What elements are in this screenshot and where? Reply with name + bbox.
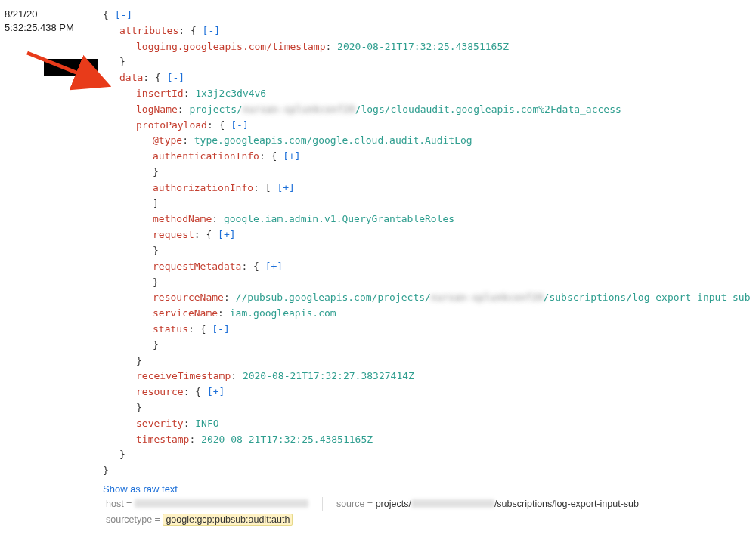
source-value-post: /subscriptions/log-export-input-sub (494, 499, 639, 509)
toggle-collapse[interactable]: [-] (115, 9, 132, 20)
toggle-expand[interactable]: [+] (277, 182, 294, 193)
json-value: /subscriptions/log-export-input-sub (544, 292, 751, 303)
json-value: INFO (195, 418, 218, 429)
toggle-collapse[interactable]: [-] (231, 119, 248, 131)
toggle-collapse[interactable]: [-] (167, 72, 184, 83)
toggle-expand[interactable]: [+] (207, 386, 225, 397)
json-value: 1x3j2c3dv4v6 (195, 88, 266, 99)
json-viewer: { [-] attributes: { [-] logging.googleap… (103, 8, 751, 499)
json-value: 2020-08-21T17:32:25.43851165Z (201, 434, 373, 445)
redacted-text: nursan-splunkconf20 (243, 103, 355, 115)
redacted-text: nursan-splunkconf20 (431, 292, 544, 303)
colon: : (178, 25, 191, 36)
source-value-pre: projects/ (376, 499, 411, 509)
brace: { (103, 9, 109, 20)
json-key: methodName (153, 213, 212, 224)
json-key: resource (136, 386, 184, 397)
toggle-collapse[interactable]: [-] (203, 25, 220, 36)
json-value: google.iam.admin.v1.QueryGrantableRoles (224, 213, 454, 224)
json-value: /logs/cloudaudit.googleapis.com%2Fdata_a… (355, 103, 621, 115)
source-label: source = (336, 499, 376, 509)
json-key: authenticationInfo (153, 150, 259, 162)
json-key: timestamp (136, 434, 189, 445)
toggle-collapse[interactable]: [-] (212, 323, 229, 335)
timestamp-column: 8/21/20 5:32:25.438 PM (5, 8, 103, 499)
json-value: 2020-08-21T17:32:27.38327414Z (243, 370, 414, 381)
source-value-redacted (411, 499, 494, 508)
json-value: iam.googleapis.com (230, 307, 336, 319)
json-key: serviceName (153, 307, 218, 319)
json-key: request (153, 229, 194, 240)
toggle-expand[interactable]: [+] (283, 150, 300, 162)
event-time: 5:32:25.438 PM (5, 21, 103, 35)
event-date: 8/21/20 (5, 8, 103, 21)
toggle-expand[interactable]: [+] (218, 229, 235, 240)
sourcetype-label: sourcetype = (106, 514, 163, 525)
host-value-redacted (135, 499, 308, 508)
json-value: type.googleapis.com/google.cloud.audit.A… (194, 134, 472, 146)
host-label: host = (106, 499, 135, 509)
meta-separator (322, 497, 323, 511)
brace: { (191, 25, 197, 36)
toggle-expand[interactable]: [+] (265, 261, 283, 272)
json-key: insertId (136, 88, 184, 99)
json-key: resourceName (153, 292, 224, 303)
json-key: attributes (119, 25, 178, 36)
json-value: projects/ (189, 103, 242, 115)
json-key: @type (153, 134, 182, 146)
json-key: logName (136, 103, 178, 115)
json-key: authorizationInfo (153, 182, 253, 193)
redacted-block (44, 59, 98, 76)
json-key: receiveTimestamp (136, 370, 231, 381)
json-key-data: data (119, 72, 143, 83)
json-value: //pubsub.googleapis.com/projects/ (236, 292, 431, 303)
json-key: requestMetadata (153, 261, 241, 272)
json-value: 2020-08-21T17:32:25.43851165Z (337, 41, 509, 52)
json-key: status (153, 323, 188, 335)
sourcetype-value[interactable]: google:gcp:pubsub:audit:auth (163, 514, 293, 526)
json-key: protoPayload (136, 119, 207, 131)
brace: } (119, 56, 125, 67)
json-key: severity (136, 418, 184, 429)
json-key: logging.googleapis.com/timestamp (136, 41, 325, 52)
event-metadata: host = source = projects//subscriptions/… (106, 496, 750, 529)
